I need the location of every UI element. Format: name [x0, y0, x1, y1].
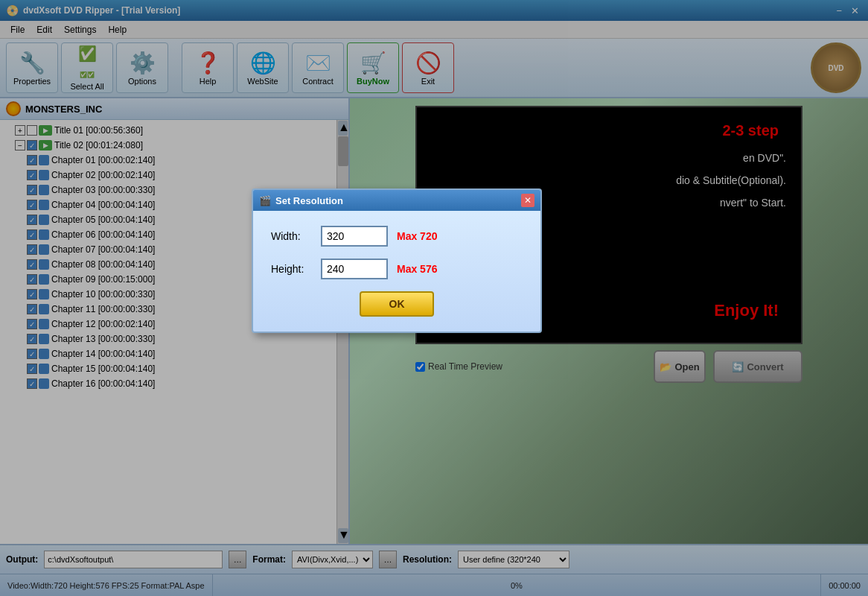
dialog-title-icon: 🎬 [259, 195, 271, 206]
height-label: Height: [271, 263, 312, 275]
dialog-ok-button[interactable]: OK [360, 291, 434, 317]
set-resolution-dialog: 🎬 Set Resolution ✕ Width: Max 720 Height… [252, 188, 542, 333]
dialog-overlay: 🎬 Set Resolution ✕ Width: Max 720 Height… [0, 0, 868, 596]
height-input[interactable] [321, 259, 388, 279]
dialog-body: Width: Max 720 Height: Max 576 OK [253, 211, 540, 332]
dialog-close-button[interactable]: ✕ [521, 194, 534, 207]
width-input[interactable] [321, 226, 388, 247]
height-max-text: Max 576 [397, 263, 437, 275]
dialog-title-text: Set Resolution [275, 195, 343, 206]
width-label: Width: [271, 230, 312, 242]
height-row: Height: Max 576 [271, 259, 523, 279]
width-max-text: Max 720 [397, 230, 437, 242]
dialog-title-bar: 🎬 Set Resolution ✕ [253, 190, 540, 211]
width-row: Width: Max 720 [271, 226, 523, 247]
